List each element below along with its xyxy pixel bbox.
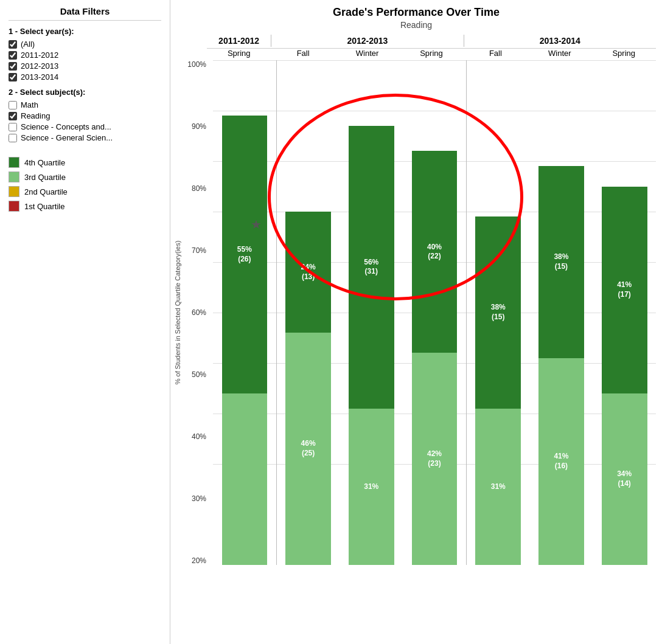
subject-checkbox-2[interactable] bbox=[9, 123, 17, 131]
year-filter-group: (All)2011-20122012-20132013-2014 bbox=[9, 40, 161, 81]
legend: 4th Quartile3rd Quartile2nd Quartile1st … bbox=[9, 157, 161, 212]
subject-filter-item-1: Reading bbox=[9, 111, 161, 120]
legend-items: 4th Quartile3rd Quartile2nd Quartile1st … bbox=[9, 157, 161, 212]
segment-label-4-3: 38% (15) bbox=[491, 303, 506, 322]
stacked-bar-4: 38% (15)31% bbox=[475, 216, 521, 565]
bar-col-0: 55% (26) bbox=[213, 60, 276, 565]
subject-checkbox-3[interactable] bbox=[9, 134, 17, 142]
bars-container: 55% (26)24% (13)46% (25)56% (31)31%40% (… bbox=[213, 60, 656, 565]
season-header-row: SpringFallWinterSpringFallWinterSpring bbox=[207, 49, 656, 58]
segment-2-0: 31% bbox=[349, 409, 394, 565]
subject-filter-group: MathReadingScience - Concepts and...Scie… bbox=[9, 100, 161, 142]
stacked-bar-1: 24% (13)46% (25) bbox=[285, 212, 331, 565]
segment-5-3: 38% (15) bbox=[538, 166, 584, 358]
stacked-bar-5: 38% (15)41% (16) bbox=[538, 166, 584, 565]
legend-item-1: 3rd Quartile bbox=[9, 171, 161, 182]
main-chart-area: Grade's Performance Over Time Reading 20… bbox=[170, 0, 662, 644]
year-filter-item-1: 2011-2012 bbox=[9, 50, 161, 60]
legend-item-3: 1st Quartile bbox=[9, 201, 161, 212]
year-label-1: 2011-2012 bbox=[21, 50, 58, 60]
subject-filter-item-2: Science - Concepts and... bbox=[9, 122, 161, 131]
segment-label-1-0: 46% (25) bbox=[301, 439, 316, 458]
legend-color-2 bbox=[9, 186, 19, 197]
sidebar-title: Data Filters bbox=[9, 6, 161, 21]
sidebar: Data Filters 1 - Select year(s): (All)20… bbox=[0, 0, 170, 644]
subject-label-1: Reading bbox=[21, 111, 50, 120]
year-filter-label: 1 - Select year(s): bbox=[9, 27, 161, 36]
y-label-3: 50% bbox=[175, 370, 206, 379]
y-label-5: 70% bbox=[175, 246, 206, 255]
chart-title: Grade's Performance Over Time bbox=[170, 6, 662, 19]
chart-subtitle: Reading bbox=[170, 20, 662, 30]
y-label-8: 100% bbox=[175, 60, 206, 69]
bar-col-3: 40% (22)42% (23) bbox=[403, 60, 466, 565]
season-header-2-0: Fall bbox=[464, 49, 528, 58]
year-checkbox-1[interactable] bbox=[9, 51, 17, 60]
subject-filter-label: 2 - Select subject(s): bbox=[9, 88, 161, 97]
segment-1-0: 46% (25) bbox=[285, 333, 331, 565]
chart-container: % of Students in Selected Quartile Categ… bbox=[213, 60, 656, 565]
bar-col-1: 24% (13)46% (25) bbox=[276, 60, 340, 565]
segment-label-2-0: 31% bbox=[364, 482, 378, 492]
season-header-1-2: Spring bbox=[399, 49, 463, 58]
segment-0-0 bbox=[222, 393, 268, 565]
bar-col-2: 56% (31)31% bbox=[340, 60, 403, 565]
stacked-bar-6: 41% (17)34% (14) bbox=[602, 187, 647, 566]
segment-2-3: 56% (31) bbox=[349, 126, 394, 409]
segment-label-3-3: 40% (22) bbox=[427, 243, 442, 261]
segment-5-0: 41% (16) bbox=[538, 358, 584, 565]
stacked-bar-3: 40% (22)42% (23) bbox=[412, 151, 458, 565]
year-checkbox-2[interactable] bbox=[9, 62, 17, 71]
subject-filter-item-0: Math bbox=[9, 100, 161, 109]
stacked-bar-2: 56% (31)31% bbox=[349, 126, 394, 565]
season-header-1-0: Fall bbox=[271, 49, 335, 58]
subject-filter-item-3: Science - General Scien... bbox=[9, 133, 161, 142]
year-label-0: (All) bbox=[21, 40, 35, 49]
segment-label-6-3: 41% (17) bbox=[617, 280, 632, 299]
y-label-6: 80% bbox=[175, 184, 206, 193]
bar-col-6: 41% (17)34% (14) bbox=[593, 60, 656, 565]
year-checkbox-0[interactable] bbox=[9, 40, 17, 49]
star-marker: ★ bbox=[251, 217, 262, 232]
year-filter-item-2: 2012-2013 bbox=[9, 61, 161, 71]
legend-color-0 bbox=[9, 157, 19, 168]
legend-label-1: 3rd Quartile bbox=[24, 173, 66, 182]
season-header-2-1: Winter bbox=[528, 49, 591, 58]
segment-1-3: 24% (13) bbox=[285, 212, 331, 333]
y-label-4: 60% bbox=[175, 308, 206, 317]
subject-label-0: Math bbox=[21, 100, 38, 109]
bar-col-5: 38% (15)41% (16) bbox=[530, 60, 593, 565]
segment-label-5-3: 38% (15) bbox=[554, 252, 568, 271]
legend-label-2: 2nd Quartile bbox=[24, 187, 68, 196]
chart-plot-area: 55% (26)24% (13)46% (25)56% (31)31%40% (… bbox=[213, 60, 656, 565]
legend-item-2: 2nd Quartile bbox=[9, 186, 161, 197]
subject-checkbox-1[interactable] bbox=[9, 112, 17, 120]
bar-col-4: 38% (15)31% bbox=[466, 60, 530, 565]
y-label-1: 30% bbox=[175, 494, 206, 503]
segment-label-5-0: 41% (16) bbox=[554, 452, 568, 471]
y-axis-labels: 20%30%40%50%60%70%80%90%100% bbox=[175, 60, 209, 565]
legend-color-3 bbox=[9, 201, 19, 212]
segment-0-3: 55% (26) bbox=[222, 116, 268, 393]
legend-label-3: 1st Quartile bbox=[24, 202, 64, 211]
stacked-bar-0: 55% (26) bbox=[222, 116, 268, 565]
legend-label-0: 4th Quartile bbox=[24, 158, 65, 167]
segment-label-1-3: 24% (13) bbox=[301, 263, 316, 282]
segment-6-3: 41% (17) bbox=[602, 187, 647, 393]
legend-color-1 bbox=[9, 171, 19, 182]
segment-4-0: 31% bbox=[475, 409, 521, 565]
year-label-2: 2012-2013 bbox=[21, 61, 58, 71]
segment-label-4-0: 31% bbox=[491, 482, 506, 492]
segment-3-3: 40% (22) bbox=[412, 151, 458, 353]
year-filter-item-3: 2013-2014 bbox=[9, 72, 161, 81]
segment-label-3-0: 42% (23) bbox=[427, 449, 442, 468]
year-checkbox-3[interactable] bbox=[9, 73, 17, 81]
year-header-0: 2011-2012 bbox=[207, 35, 271, 47]
segment-3-0: 42% (23) bbox=[412, 353, 458, 565]
segment-4-3: 38% (15) bbox=[475, 216, 521, 408]
subject-label-3: Science - General Scien... bbox=[21, 133, 113, 142]
year-header-1: 2012-2013 bbox=[271, 35, 463, 47]
subject-checkbox-0[interactable] bbox=[9, 101, 17, 109]
year-header-row: 2011-20122012-20132013-2014 bbox=[207, 35, 656, 49]
segment-6-0: 34% (14) bbox=[602, 393, 647, 565]
